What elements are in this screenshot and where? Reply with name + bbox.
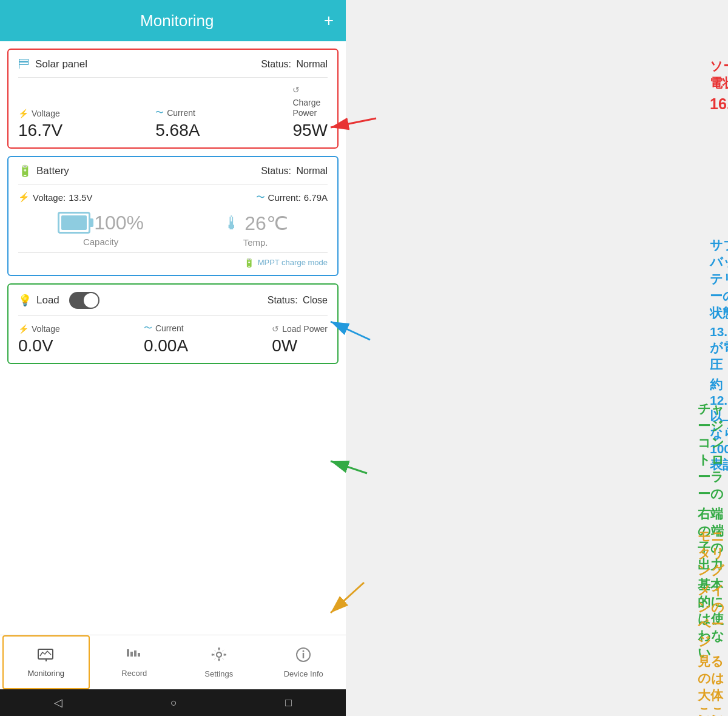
monitoring-icon (38, 647, 55, 666)
battery-temp-visual: 🌡 26℃ Temp. (223, 212, 288, 248)
nav-item-monitoring[interactable]: Monitoring (2, 635, 90, 689)
solar-voltage-label: ⚡ Voltage (18, 109, 60, 118)
load-power-label: ↺ Load Power (272, 324, 328, 334)
thermometer-icon: 🌡 (223, 213, 241, 234)
load-current-value: 0.00A (144, 336, 188, 356)
battery-footer: 🔋 MPPT charge mode (18, 252, 328, 268)
home-button[interactable]: ○ (170, 697, 177, 709)
bolt-icon-load: ⚡ (18, 324, 29, 334)
nav-item-record[interactable]: Record (92, 635, 177, 689)
load-card-title: Load (36, 294, 59, 306)
arc-icon-load: ↺ (272, 324, 279, 334)
solar-card: ⛿ Solar panel Status: Normal ⚡ Voltage 1… (7, 49, 339, 149)
solar-charge-power-item: ↺ Charge Power 95W (292, 85, 328, 140)
toggle-knob (84, 293, 98, 308)
record-icon (126, 647, 143, 666)
load-voltage-item: ⚡ Voltage 0.0V (18, 324, 60, 356)
solar-card-header: ⛿ Solar panel Status: Normal (18, 57, 328, 78)
monitor-ann-line1: モニタリング (698, 528, 728, 579)
solar-panel-icon: ⛿ (18, 57, 30, 71)
battery-voltage-item: ⚡ Voltage: 13.5V (18, 192, 92, 203)
solar-ann-line2: 16.7Vx5.68A=95W (710, 95, 728, 113)
monitor-ann-line2: メインのページ (698, 582, 728, 650)
svg-rect-3 (127, 649, 129, 657)
solar-annotation: ソーラーパネルの発電状況 16.7Vx5.68A=95W (710, 58, 728, 113)
device-info-icon (295, 647, 311, 667)
mppt-icon: 🔋 (244, 258, 254, 268)
solar-current-value: 5.68A (155, 121, 200, 140)
svg-rect-5 (134, 650, 136, 657)
solar-voltage-value: 16.7V (18, 121, 62, 140)
battery-icon: 🔋 (18, 164, 32, 178)
app-header: Monitoring + (0, 0, 346, 41)
arc-icon-solar: ↺ (292, 85, 300, 95)
load-voltage-label: ⚡ Voltage (18, 324, 60, 334)
battery-capacity-display: 100% (58, 212, 144, 234)
nav-item-device-info[interactable]: Device Info (261, 635, 346, 689)
svg-rect-6 (138, 653, 140, 657)
wave-icon-solar: 〜 (155, 107, 164, 118)
battery-temp-display: 🌡 26℃ (223, 212, 288, 235)
svg-point-8 (217, 652, 221, 657)
monitor-ann-line3: 見るのは大体ここ (698, 653, 728, 716)
annotation-area: ソーラーパネルの発電状況 16.7Vx5.68A=95W サブバッテリーの状態 … (346, 0, 728, 716)
load-current-label: 〜 Current (144, 323, 184, 334)
battery-row2: 100% Capacity 🌡 26℃ Temp. (18, 212, 328, 248)
charge-power-label: ↺ Charge Power (292, 85, 320, 118)
load-current-item: 〜 Current 0.00A (144, 323, 188, 356)
bolt-icon-solar: ⚡ (18, 109, 29, 118)
battery-temp-value: 26℃ (244, 212, 288, 235)
battery-current-item: 〜 Current: 6.79A (256, 192, 328, 203)
wave-icon-load: 〜 (144, 323, 152, 334)
header-title: Monitoring (30, 12, 324, 30)
battery-capacity-visual: 100% Capacity (58, 212, 144, 248)
battery-card-title: Battery (36, 165, 69, 177)
battery-pct-value: 100% (94, 212, 144, 234)
load-status: Status: Close (268, 295, 328, 306)
nav-label-device-info: Device Info (284, 669, 323, 678)
battery-status: Status: Normal (261, 166, 328, 177)
load-toggle[interactable] (69, 292, 99, 309)
nav-item-settings[interactable]: Settings (177, 635, 261, 689)
battery-row1: ⚡ Voltage: 13.5V 〜 Current: 6.79A (18, 192, 328, 203)
android-bottom-bar: ◁ ○ □ (0, 689, 346, 716)
load-values-row: ⚡ Voltage 0.0V 〜 Current 0.00A ↺ Load Po… (18, 323, 328, 356)
svg-rect-4 (130, 652, 133, 657)
solar-values-row: ⚡ Voltage 16.7V 〜 Current 5.68A ↺ Charge… (18, 85, 328, 140)
battery-ann-line2: 13.5Vが電圧 (710, 325, 728, 373)
solar-current-label: 〜 Current (155, 107, 195, 118)
solar-card-title-area: ⛿ Solar panel (18, 57, 87, 71)
charge-mode-label: MPPT charge mode (258, 258, 328, 267)
phone-area: Monitoring + ⛿ Solar panel Status: Norma… (0, 0, 346, 716)
battery-card: 🔋 Battery Status: Normal ⚡ Voltage: 13.5… (7, 156, 339, 276)
nav-label-settings: Settings (204, 669, 233, 678)
solar-voltage-item: ⚡ Voltage 16.7V (18, 109, 62, 140)
load-power-item: ↺ Load Power 0W (272, 324, 328, 356)
solar-card-title: Solar panel (35, 58, 87, 70)
add-button[interactable]: + (324, 11, 334, 30)
solar-ann-line1: ソーラーパネルの発電状況 (710, 58, 728, 92)
battery-card-header: 🔋 Battery Status: Normal (18, 164, 328, 184)
load-power-value: 0W (272, 336, 297, 356)
battery-card-title-area: 🔋 Battery (18, 164, 69, 178)
monitor-annotation: モニタリング メインのページ 見るのは大体ここ (698, 528, 728, 716)
battery-ann-line1: サブバッテリーの状態 (710, 237, 728, 322)
battery-capacity-label: Capacity (83, 237, 118, 247)
svg-point-11 (303, 650, 305, 652)
battery-fill (61, 215, 87, 230)
settings-icon (211, 647, 227, 667)
load-ann-line1: チャージコントローラーの (698, 400, 728, 502)
nav-label-monitoring: Monitoring (27, 669, 64, 678)
wave-icon-battery: 〜 (256, 192, 265, 203)
nav-label-record: Record (121, 669, 147, 678)
battery-big-icon (58, 212, 90, 234)
solar-current-item: 〜 Current 5.68A (155, 107, 200, 140)
recents-button[interactable]: □ (285, 697, 292, 709)
solar-status: Status: Normal (261, 59, 328, 70)
solar-charge-power-value: 95W (292, 121, 328, 140)
load-voltage-value: 0.0V (18, 336, 53, 356)
load-card-header: 💡 Load Status: Close (18, 292, 328, 316)
bottom-nav: Monitoring Record (0, 635, 346, 689)
back-button[interactable]: ◁ (54, 696, 62, 709)
load-icon: 💡 (18, 294, 32, 307)
